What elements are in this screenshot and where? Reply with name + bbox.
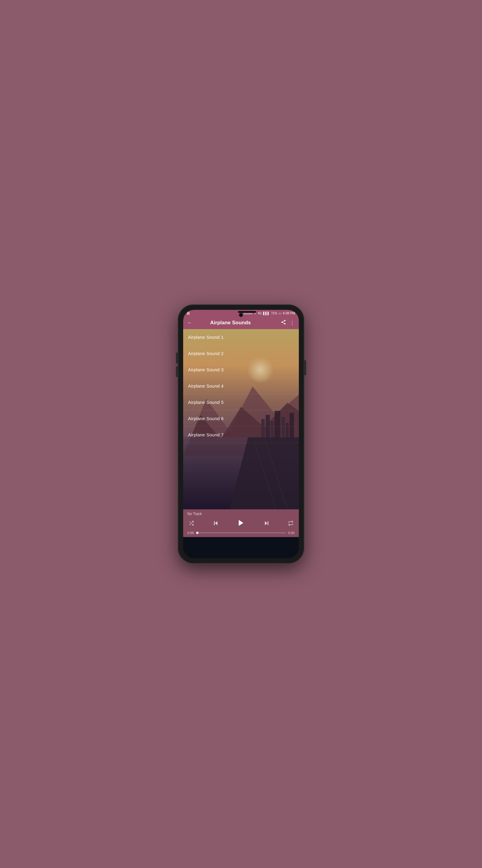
- play-button[interactable]: [236, 518, 246, 530]
- sound-item-label: Airplane Sound 3: [188, 367, 224, 372]
- player-controls: [187, 518, 295, 530]
- previous-button[interactable]: [212, 519, 220, 529]
- shuffle-button[interactable]: [187, 519, 195, 529]
- battery-icon: ▭: [279, 312, 281, 315]
- battery-percent: 71%: [271, 312, 277, 315]
- status-time: 6:08 PM: [283, 311, 295, 315]
- svg-point-0: [284, 320, 286, 321]
- volume-down-button[interactable]: [176, 366, 178, 377]
- svg-point-2: [284, 323, 286, 324]
- sound-item-label: Airplane Sound 1: [188, 335, 224, 340]
- app-bar-actions: ⋮: [281, 319, 295, 326]
- svg-line-4: [283, 321, 284, 322]
- back-button[interactable]: ←: [187, 320, 192, 326]
- phone-speaker: [238, 311, 256, 313]
- svg-line-19: [190, 521, 191, 523]
- svg-marker-20: [215, 521, 217, 525]
- list-item[interactable]: Airplane Sound 6: [183, 410, 299, 427]
- ad-area: [183, 537, 299, 558]
- player-progress-bar[interactable]: [196, 532, 286, 533]
- svg-rect-21: [214, 521, 215, 525]
- repeat-button[interactable]: [287, 519, 295, 529]
- svg-point-1: [281, 321, 283, 323]
- list-item[interactable]: Airplane Sound 1: [183, 329, 299, 345]
- player-bar: No Track: [183, 509, 299, 537]
- list-item[interactable]: Airplane Sound 3: [183, 362, 299, 378]
- sound-item-label: Airplane Sound 6: [188, 416, 224, 421]
- svg-line-3: [283, 322, 284, 323]
- app-bar: ← Airplane Sounds ⋮: [183, 316, 299, 329]
- player-track-name: No Track: [187, 512, 295, 516]
- list-item[interactable]: Airplane Sound 7: [183, 427, 299, 443]
- notification-icon: 🖼: [187, 312, 190, 315]
- svg-marker-22: [238, 520, 243, 526]
- signal-icon: ▌▌▌: [263, 312, 269, 315]
- list-item[interactable]: Airplane Sound 2: [183, 345, 299, 362]
- phone-camera: [239, 313, 243, 317]
- sound-item-label: Airplane Sound 5: [188, 400, 224, 405]
- data-icon: 4G: [258, 312, 261, 315]
- svg-rect-24: [267, 521, 268, 525]
- sound-item-label: Airplane Sound 7: [188, 432, 224, 437]
- sound-list-area: Airplane Sound 1 Airplane Sound 2 Airpla…: [183, 329, 299, 509]
- power-button[interactable]: [304, 360, 306, 375]
- app-title: Airplane Sounds: [196, 320, 265, 326]
- player-progress-dot: [196, 532, 198, 534]
- sound-list: Airplane Sound 1 Airplane Sound 2 Airpla…: [183, 329, 299, 443]
- sound-item-label: Airplane Sound 2: [188, 351, 224, 356]
- status-left: 🖼: [187, 312, 190, 315]
- player-time-row: 0:00 0:00: [187, 531, 295, 535]
- player-time-start: 0:00: [187, 531, 194, 535]
- list-item[interactable]: Airplane Sound 5: [183, 394, 299, 410]
- share-button[interactable]: [281, 319, 286, 326]
- volume-up-button[interactable]: [176, 352, 178, 364]
- phone-screen: 🖼 181b/s ∿ 4G ▌▌▌ 71% ▭ 6:08 PM ← Airpla…: [183, 310, 299, 558]
- more-menu-button[interactable]: ⋮: [290, 320, 295, 326]
- svg-marker-23: [265, 521, 267, 525]
- phone-device: 🖼 181b/s ∿ 4G ▌▌▌ 71% ▭ 6:08 PM ← Airpla…: [178, 304, 304, 564]
- sound-item-label: Airplane Sound 4: [188, 383, 224, 389]
- next-button[interactable]: [262, 519, 271, 529]
- player-time-end: 0:00: [288, 531, 295, 535]
- list-item[interactable]: Airplane Sound 4: [183, 378, 299, 394]
